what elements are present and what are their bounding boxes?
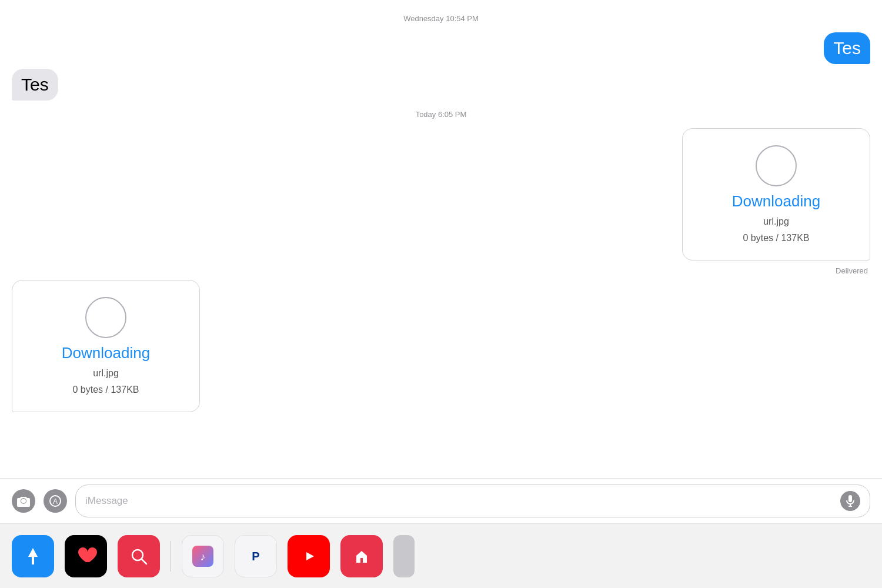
messages-area: Wednesday 10:54 PM Tes Tes Today 6:05 PM…: [0, 0, 882, 478]
delivered-label: Delivered: [836, 266, 868, 275]
dock: ♪ P: [0, 523, 882, 588]
apps-button[interactable]: A: [44, 489, 67, 513]
svg-rect-2: [848, 495, 852, 502]
svg-text:P: P: [252, 550, 259, 563]
outgoing-bubble-tes: Tes: [824, 32, 870, 64]
download-filename-left: url.jpg: [93, 368, 119, 379]
download-filename-right: url.jpg: [763, 216, 789, 227]
camera-button[interactable]: [12, 489, 35, 513]
download-size-left: 0 bytes / 137KB: [73, 385, 139, 395]
dock-icon-paypal[interactable]: P: [235, 535, 277, 577]
download-card-left[interactable]: Downloading url.jpg 0 bytes / 137KB: [12, 280, 200, 412]
downloading-label-left: Downloading: [62, 344, 150, 362]
incoming-bubble-tes: Tes: [12, 69, 58, 101]
dock-icon-partial: [393, 535, 415, 577]
dock-icon-globe[interactable]: [118, 535, 160, 577]
dock-divider: [171, 541, 171, 572]
svg-text:♪: ♪: [201, 551, 206, 563]
imessage-input[interactable]: iMessage: [75, 485, 870, 517]
timestamp-wednesday: Wednesday 10:54 PM: [12, 14, 870, 23]
dock-icon-patreon[interactable]: [65, 535, 107, 577]
dock-icon-music[interactable]: ♪: [182, 535, 224, 577]
download-size-right: 0 bytes / 137KB: [743, 233, 810, 243]
dock-icon-houzz[interactable]: [340, 535, 383, 577]
imessage-placeholder: iMessage: [85, 495, 128, 507]
download-circle-left: [85, 297, 126, 338]
svg-text:A: A: [53, 497, 58, 506]
dock-icon-appstore[interactable]: [12, 535, 54, 577]
download-circle-right: [756, 145, 797, 186]
mic-button[interactable]: [840, 491, 860, 511]
downloading-label-right: Downloading: [732, 192, 820, 211]
svg-line-6: [142, 559, 146, 564]
download-card-right[interactable]: Downloading url.jpg 0 bytes / 137KB: [682, 128, 870, 260]
timestamp-today: Today 6:05 PM: [12, 110, 870, 119]
input-bar: A iMessage: [0, 478, 882, 523]
dock-icon-youtube[interactable]: [288, 535, 330, 577]
